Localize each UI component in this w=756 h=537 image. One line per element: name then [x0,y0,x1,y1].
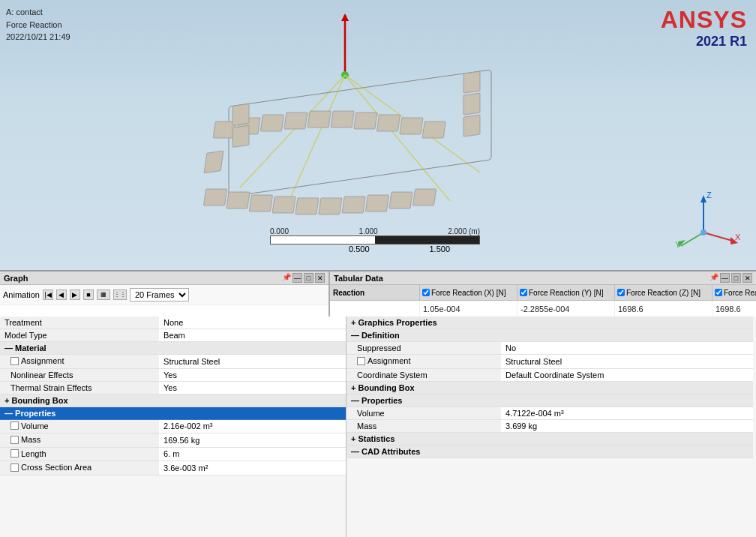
tabular-minimize-btn[interactable]: — [720,273,730,283]
graph-toolbar: Animation |◀ ◀ ▶ ■ ▦ ⋮⋮ 20 Frames 30 Fra… [0,285,328,304]
table-row-section: + Graphics Properties [346,316,753,329]
svg-rect-22 [296,198,319,214]
table-row: Treatment None [0,316,346,329]
r-assignment-checkbox[interactable] [357,357,365,365]
anim-mode2-btn[interactable]: ⋮⋮ [113,290,127,300]
tabular-close-btn[interactable]: ✕ [742,273,752,283]
svg-rect-26 [389,192,412,208]
prop-value: Default Coordinate System [501,368,753,381]
graph-minimize-btn[interactable]: — [292,273,302,283]
length-checkbox[interactable] [10,449,19,458]
col-header-reaction: Reaction [330,285,420,300]
checkbox-label: Cross Section Area [10,463,92,472]
section-header-r-properties[interactable]: — Properties [346,394,753,406]
table-row: Volume 2.16e-002 m³ [0,419,346,434]
expand-icon: — [4,344,15,352]
svg-line-37 [681,232,704,246]
table-row-section: — Material [0,342,346,355]
svg-rect-31 [464,71,480,93]
prop-label: Coordinate System [346,368,501,381]
anim-stop-btn[interactable]: ■ [83,290,94,300]
scale-bar-graphic [270,236,480,244]
col-ftotal-checkbox[interactable] [715,289,722,296]
middle-panels: Graph 📌 — □ ✕ Animation |◀ ◀ ▶ ■ ▦ ⋮⋮ 20… [0,270,756,316]
prop-value: Beam [159,329,346,342]
section-header-properties[interactable]: — Properties [0,406,346,419]
section-header-material: — Material [0,342,346,355]
graph-panel-title: Graph [4,274,28,283]
col-fx-checkbox[interactable] [422,289,430,296]
tabular-panel: Tabular Data 📌 — □ ✕ Reaction Force Reac… [330,272,756,316]
assignment-checkbox[interactable] [10,357,19,365]
anim-first-btn[interactable]: |◀ [43,290,53,300]
mass-checkbox[interactable] [10,436,19,444]
section-header-statistics[interactable]: + Statistics [346,432,753,445]
col-fy-label: Force Reaction (Y) [N] [529,289,603,297]
expand-icon: — [4,409,15,418]
table-row: Length 6. m [0,447,346,461]
prop-value: 3.6e-003 m² [159,461,346,476]
cell-fz-val: 1698.6 [615,301,712,316]
svg-rect-17 [422,122,446,138]
svg-rect-14 [354,112,377,129]
prop-label: Mass [0,434,159,448]
table-row-section: — Definition [346,329,753,342]
svg-rect-19 [226,192,250,208]
anim-prev-btn[interactable]: ◀ [56,290,67,300]
3d-viewport: A: contact Force Reaction 2022/10/21 21:… [0,0,756,270]
tabular-col-headers: Reaction Force Reaction (X) [N] Force Re… [330,285,756,301]
graph-panel: Graph 📌 — □ ✕ Animation |◀ ◀ ▶ ■ ▦ ⋮⋮ 20… [0,272,330,316]
section-header-cad[interactable]: — CAD Attributes [346,445,753,458]
section-header-graphics[interactable]: + Graphics Properties [346,316,753,329]
table-row: Volume 4.7122e-004 m³ [346,406,753,419]
anim-play-btn[interactable]: ▶ [70,290,80,300]
scale-bar: 0.000 1.000 2.000 (m) 0.500 1.500 [270,227,480,254]
table-row: Model Type Beam [0,329,346,342]
svg-rect-21 [272,196,296,213]
scale-label-1: 1.000 [359,227,378,236]
section-header-r-bounding[interactable]: + Bounding Box [346,381,753,394]
col-fz-label: Force Reaction (Z) [N] [626,289,700,297]
col-fy-checkbox[interactable] [520,289,527,296]
pin-icon[interactable]: 📌 [282,273,291,283]
anim-mode1-btn[interactable]: ▦ [97,290,110,300]
pin-icon-tabular[interactable]: 📌 [710,273,718,283]
expand-icon: + [351,318,358,327]
svg-rect-27 [412,189,436,206]
table-row: Mass 169.56 kg [0,434,346,448]
tabular-maximize-btn[interactable]: □ [731,273,741,283]
tabular-panel-title: Tabular Data [334,274,383,283]
table-row-section: — CAD Attributes [346,445,753,458]
prop-value: Structural Steel [159,355,346,369]
prop-value: 2.16e-002 m³ [159,419,346,434]
svg-rect-13 [331,111,354,128]
svg-marker-35 [700,195,706,202]
table-row-section: — Properties [346,394,753,406]
prop-value: 169.56 kg [159,434,346,448]
section-header-bounding[interactable]: + Bounding Box [0,394,346,406]
svg-rect-23 [319,198,342,214]
right-properties-table: + Graphics Properties — Definition Suppr… [346,316,753,458]
table-row-section: + Bounding Box [346,381,753,394]
tabular-panel-header: Tabular Data 📌 — □ ✕ [330,272,756,285]
scale-sub-0: 0.500 [319,244,400,254]
svg-text:Z: Z [706,190,712,200]
svg-rect-18 [203,189,226,206]
graph-maximize-btn[interactable]: □ [304,273,314,283]
expand-icon: + [4,396,11,405]
coordinate-axes: Z Y X [674,188,741,248]
frames-select[interactable]: 20 Frames 30 Frames 60 Frames [130,288,189,302]
graph-close-btn[interactable]: ✕ [315,273,325,283]
cross-section-checkbox[interactable] [10,464,19,472]
prop-value: 4.7122e-004 m³ [501,406,753,419]
table-row: Coordinate System Default Coordinate Sys… [346,368,753,381]
left-properties-panel: Treatment None Model Type Beam — Materia… [0,316,346,537]
svg-point-43 [700,230,706,236]
expand-icon: — [351,396,362,405]
volume-checkbox[interactable] [10,422,19,430]
table-row: Mass 3.699 kg [346,419,753,432]
section-header-definition[interactable]: — Definition [346,329,753,342]
col-fz-checkbox[interactable] [617,289,625,296]
bottom-section: Treatment None Model Type Beam — Materia… [0,316,756,537]
svg-rect-11 [284,112,308,129]
